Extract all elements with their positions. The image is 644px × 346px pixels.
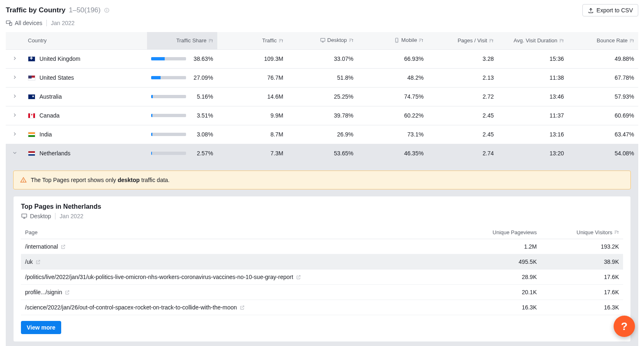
chevron-right-icon[interactable] [12,74,18,80]
page-row[interactable]: /science/2022/jan/26/out-of-control-spac… [21,300,623,315]
page-path[interactable]: /uk [25,258,33,265]
share-value: 27.09% [190,74,213,81]
country-name: Netherlands [39,150,71,157]
col-desktop[interactable]: Desktop [288,32,358,49]
sort-icon [614,230,619,235]
svg-point-12 [23,181,24,181]
pageviews-value: 1.2M [459,239,541,254]
page-path[interactable]: /science/2022/jan/26/out-of-control-spac… [25,304,237,311]
col-pages-visit[interactable]: Pages / Visit [428,32,498,49]
col-bounce[interactable]: Bounce Rate [568,32,638,49]
chevron-down-icon[interactable] [12,150,18,156]
traffic-value: 76.7M [217,68,288,87]
table-row[interactable]: Netherlands 2.57% 7.3M 53.65% 46.35% 2.7… [6,144,638,163]
page-path[interactable]: profile.../signin [25,289,62,295]
sort-icon [278,38,283,43]
help-fab-button[interactable]: ? [614,316,635,337]
avg-duration-value: 11:38 [498,68,568,87]
page-row[interactable]: profile.../signin 20.1K 17.6K [21,284,623,300]
col-avg-duration[interactable]: Avg. Visit Duration [498,32,568,49]
col-traffic-share[interactable]: Traffic Share [147,32,217,49]
mobile-value: 48.2% [358,68,428,87]
col-pageviews[interactable]: Unique Pageviews [459,226,541,239]
pageviews-value: 495.5K [459,254,541,269]
external-link-icon [60,244,66,249]
desktop-value: 25.25% [288,87,358,106]
col-mobile[interactable]: Mobile [358,32,428,49]
device-filter-label[interactable]: All devices [15,20,42,26]
pages-visit-value: 3.28 [428,49,498,68]
chevron-right-icon[interactable] [12,55,18,61]
share-value: 2.57% [190,150,213,157]
pageviews-value: 20.1K [459,284,541,300]
table-row[interactable]: United States 27.09% 76.7M 51.8% 48.2% 2… [6,68,638,87]
desktop-value: 53.65% [288,144,358,163]
mobile-value: 46.35% [358,144,428,163]
pages-visit-value: 2.13 [428,68,498,87]
chevron-right-icon[interactable] [12,93,18,99]
table-row[interactable]: India 3.08% 8.7M 26.9% 73.1% 2.45 13:16 … [6,125,638,144]
chevron-right-icon[interactable] [12,131,18,137]
external-link-icon [64,290,70,295]
share-value: 5.16% [190,93,213,100]
country-name: Canada [39,112,60,119]
mobile-icon [394,37,400,43]
bounce-value: 54.08% [568,144,638,163]
bounce-value: 49.88% [568,49,638,68]
visitors-value: 16.3K [541,300,623,315]
page-row[interactable]: /politics/live/2022/jan/31/uk-politics-l… [21,269,623,284]
chevron-right-icon[interactable] [12,112,18,118]
mobile-value: 60.22% [358,106,428,125]
external-link-icon [296,274,301,280]
page-title: Traffic by Country [6,6,65,14]
page-row[interactable]: /uk 495.5K 38.9K [21,254,623,269]
sort-icon [349,38,354,43]
visitors-value: 193.2K [541,239,623,254]
external-link-icon [239,305,245,310]
page-path[interactable]: /international [25,243,58,250]
col-country[interactable]: Country [24,32,147,49]
col-expand [6,32,24,49]
export-csv-button[interactable]: Export to CSV [582,4,638,16]
visitors-value: 17.6K [541,269,623,284]
table-row[interactable]: Canada 3.51% 9.9M 39.78% 60.22% 2.45 11:… [6,106,638,125]
col-traffic[interactable]: Traffic [217,32,288,49]
traffic-table: Country Traffic Share Traffic Desktop Mo… [6,32,638,163]
top-pages-table: Page Unique Pageviews Unique Visitors /i… [21,226,623,315]
sort-icon [629,38,634,43]
traffic-value: 7.3M [217,144,288,163]
flag-icon [28,56,35,62]
traffic-value: 9.9M [217,106,288,125]
share-bar [151,133,186,136]
info-icon[interactable] [104,7,110,13]
desktop-icon [21,213,28,219]
svg-rect-13 [22,214,27,217]
mobile-value: 66.93% [358,49,428,68]
share-bar [151,114,186,117]
pageviews-value: 28.9K [459,269,541,284]
table-row[interactable]: Australia 5.16% 14.6M 25.25% 74.75% 2.72… [6,87,638,106]
col-page[interactable]: Page [21,226,459,239]
date-filter-label[interactable]: Jan 2022 [51,20,75,26]
bounce-value: 67.78% [568,68,638,87]
view-more-button[interactable]: View more [21,321,61,334]
col-visitors[interactable]: Unique Visitors [541,226,623,239]
expanded-panel: The Top Pages report shows only desktop … [6,163,638,346]
desktop-value: 51.8% [288,68,358,87]
share-bar [151,76,186,79]
table-row[interactable]: United Kingdom 38.63% 109.3M 33.07% 66.9… [6,49,638,68]
country-name: Australia [39,93,62,100]
avg-duration-value: 11:37 [498,106,568,125]
flag-icon [28,75,35,81]
external-link-icon [35,259,41,265]
upload-icon [588,7,594,14]
page-path[interactable]: /politics/live/2022/jan/31/uk-politics-l… [25,274,293,280]
pageviews-value: 16.3K [459,300,541,315]
sort-icon [419,38,423,43]
detail-device-label: Desktop [30,213,51,219]
flag-icon [28,113,35,118]
visitors-value: 38.9K [541,254,623,269]
bounce-value: 60.69% [568,106,638,125]
avg-duration-value: 13:20 [498,144,568,163]
page-row[interactable]: /international 1.2M 193.2K [21,239,623,254]
